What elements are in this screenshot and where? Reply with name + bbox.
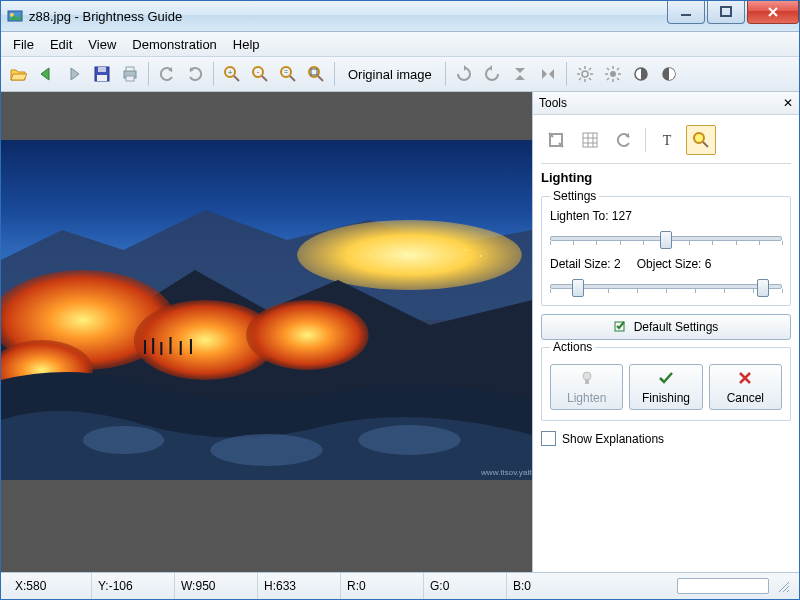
- svg-line-27: [579, 68, 581, 70]
- close-button[interactable]: [747, 1, 799, 24]
- grid-tool-icon[interactable]: [575, 125, 605, 155]
- svg-point-47: [406, 247, 408, 249]
- svg-rect-65: [190, 339, 192, 354]
- minimize-button[interactable]: [667, 1, 705, 24]
- print-icon[interactable]: [117, 61, 143, 87]
- brightness-filled-icon[interactable]: [600, 61, 626, 87]
- svg-text:T: T: [663, 133, 672, 148]
- toolbar-separator: [566, 62, 567, 86]
- default-settings-button[interactable]: Default Settings: [541, 314, 791, 340]
- default-settings-icon: [614, 319, 628, 336]
- bulb-icon: [579, 370, 595, 389]
- svg-rect-63: [169, 337, 171, 354]
- finishing-button[interactable]: Finishing: [629, 364, 702, 410]
- toolbar-separator: [445, 62, 446, 86]
- zoom-fit-icon[interactable]: [303, 61, 329, 87]
- svg-line-30: [589, 68, 591, 70]
- lighten-button[interactable]: Lighten: [550, 364, 623, 410]
- menu-edit[interactable]: Edit: [42, 34, 80, 55]
- rotate-ccw-icon[interactable]: [479, 61, 505, 87]
- text-tool-icon[interactable]: T: [652, 125, 682, 155]
- status-progress: [677, 578, 769, 594]
- svg-point-58: [210, 434, 322, 466]
- image-canvas[interactable]: www.tisov.yalta.ua: [1, 92, 532, 572]
- svg-point-51: [465, 249, 467, 251]
- svg-rect-78: [585, 380, 589, 384]
- object-value: 6: [705, 257, 712, 271]
- lighten-slider[interactable]: [550, 227, 782, 247]
- detail-label: Detail Size:: [550, 257, 611, 271]
- menu-file[interactable]: File: [5, 34, 42, 55]
- crop-tool-icon[interactable]: [541, 125, 571, 155]
- canvas-wrap: www.tisov.yalta.ua: [1, 92, 533, 572]
- original-image-label[interactable]: Original image: [340, 67, 440, 82]
- panel-body: T Lighting Settings Lighten To: 127: [533, 115, 799, 572]
- app-window: z88.jpg - Brightness Guide File Edit Vie…: [0, 0, 800, 600]
- save-icon[interactable]: [89, 61, 115, 87]
- forward-icon[interactable]: [61, 61, 87, 87]
- show-explanations-row[interactable]: Show Explanations: [541, 431, 791, 446]
- status-g: G:0: [424, 573, 507, 599]
- contrast-alt-icon[interactable]: [656, 61, 682, 87]
- lighting-tool-icon[interactable]: [686, 125, 716, 155]
- svg-line-75: [703, 142, 708, 147]
- app-icon: [7, 8, 23, 24]
- resize-grip-icon[interactable]: [775, 578, 791, 594]
- panel-close-icon[interactable]: ✕: [783, 96, 793, 110]
- menu-view[interactable]: View: [80, 34, 124, 55]
- show-explanations-checkbox[interactable]: [541, 431, 556, 446]
- rotate-cw-icon[interactable]: [451, 61, 477, 87]
- svg-point-59: [358, 425, 460, 455]
- svg-rect-2: [681, 14, 691, 16]
- brightness-icon[interactable]: [572, 61, 598, 87]
- image-preview: www.tisov.yalta.ua: [1, 140, 532, 480]
- tools-panel: Tools ✕ T Lighting Settings Lighten To:: [533, 92, 799, 572]
- svg-rect-6: [97, 75, 107, 81]
- open-icon[interactable]: [5, 61, 31, 87]
- undo-icon[interactable]: [154, 61, 180, 87]
- menu-help[interactable]: Help: [225, 34, 268, 55]
- svg-point-46: [393, 257, 395, 259]
- panel-title: Tools: [539, 96, 567, 110]
- window-title: z88.jpg - Brightness Guide: [29, 9, 665, 24]
- svg-text:-: -: [257, 67, 260, 76]
- svg-rect-5: [98, 67, 106, 72]
- undo-tool-icon[interactable]: [609, 125, 639, 155]
- check-icon: [658, 370, 674, 389]
- svg-rect-8: [126, 67, 134, 71]
- svg-text:www.tisov.yalta.ua: www.tisov.yalta.ua: [480, 468, 532, 477]
- maximize-button[interactable]: [707, 1, 745, 24]
- back-icon[interactable]: [33, 61, 59, 87]
- settings-fieldset: Settings Lighten To: 127: [541, 189, 791, 306]
- svg-line-36: [607, 68, 609, 70]
- svg-line-29: [579, 78, 581, 80]
- svg-line-81: [787, 590, 789, 592]
- panel-header: Tools ✕: [533, 92, 799, 115]
- default-settings-label: Default Settings: [634, 320, 719, 334]
- svg-line-38: [607, 78, 609, 80]
- statusbar: X:580 Y:-106 W:950 H:633 R:0 G:0 B:0: [1, 572, 799, 599]
- cancel-button[interactable]: Cancel: [709, 364, 782, 410]
- flip-vertical-icon[interactable]: [507, 61, 533, 87]
- detail-object-slider[interactable]: [550, 275, 782, 295]
- svg-rect-62: [160, 342, 162, 355]
- toolbar-separator: [334, 62, 335, 86]
- cancel-icon: [737, 370, 753, 389]
- svg-point-77: [583, 372, 591, 380]
- svg-point-57: [83, 426, 165, 454]
- main-area: www.tisov.yalta.ua Tools ✕ T Lighting: [1, 92, 799, 572]
- zoom-reset-icon[interactable]: =: [275, 61, 301, 87]
- zoom-in-icon[interactable]: +: [219, 61, 245, 87]
- menu-demonstration[interactable]: Demonstration: [124, 34, 225, 55]
- svg-point-45: [380, 249, 382, 251]
- lighten-button-label: Lighten: [567, 391, 606, 405]
- redo-icon[interactable]: [182, 61, 208, 87]
- contrast-icon[interactable]: [628, 61, 654, 87]
- svg-point-74: [694, 133, 704, 143]
- zoom-out-icon[interactable]: -: [247, 61, 273, 87]
- cancel-button-label: Cancel: [727, 391, 764, 405]
- tool-icons-row: T: [541, 121, 791, 164]
- status-x: X:580: [9, 573, 92, 599]
- flip-horizontal-icon[interactable]: [535, 61, 561, 87]
- actions-fieldset: Actions Lighten Finishing Cancel: [541, 340, 791, 421]
